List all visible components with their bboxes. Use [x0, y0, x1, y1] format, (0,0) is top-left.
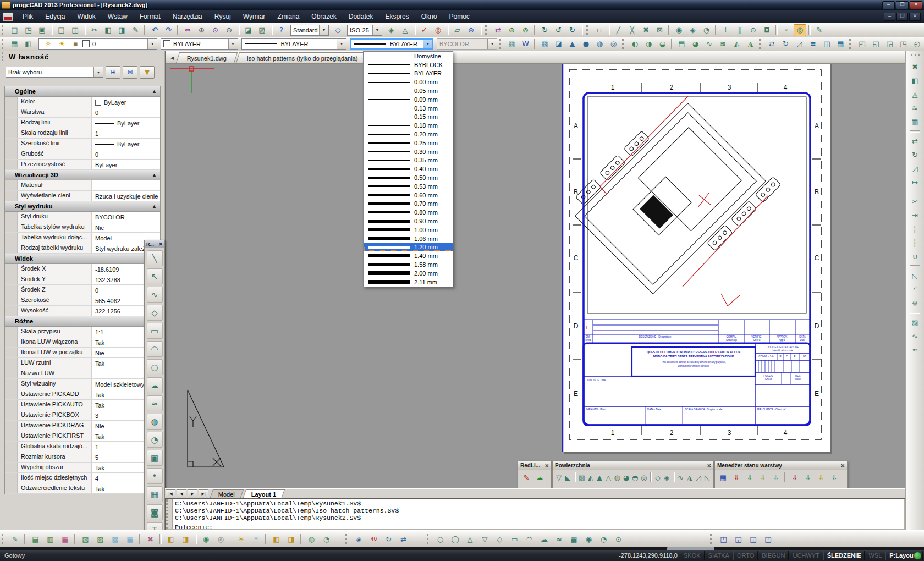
3d-align-icon[interactable]: ≡ — [807, 38, 820, 50]
break-icon[interactable]: ┆ — [909, 237, 922, 249]
named-views-icon[interactable]: ◴ — [911, 38, 923, 50]
layer-bulb-off-icon[interactable]: ◎ — [214, 532, 228, 546]
collapse-arrow-icon[interactable]: ▲ — [152, 204, 157, 209]
lineweight-option[interactable]: BYBLOCK — [364, 61, 453, 69]
layer-state-manager-icon[interactable]: ▦ — [717, 471, 729, 483]
viewport-poly-icon[interactable]: ◱ — [732, 532, 745, 546]
menu-item-format[interactable]: Format — [134, 11, 167, 22]
minimize-button[interactable]: – — [882, 1, 895, 9]
lineweight-combo[interactable]: BYLAYER ▼ — [350, 38, 433, 50]
revision-cloud-icon[interactable]: ☁ — [147, 377, 163, 393]
layer-state-export-teal-icon[interactable]: ⇩ — [828, 471, 840, 483]
lineweight-option[interactable]: 2.00 mm — [364, 269, 453, 278]
offset-icon[interactable]: ≋ — [909, 102, 922, 114]
menu-item-dodatek[interactable]: Dodatek — [343, 11, 380, 22]
status-toggle-skok[interactable]: SKOK — [680, 551, 705, 560]
sweep-icon[interactable]: ∿ — [703, 38, 716, 50]
property-value[interactable]: BYCOLOR — [92, 212, 160, 222]
redline-draw-icon[interactable]: ✎ — [520, 471, 532, 483]
layer-thaw-icon[interactable]: ▩ — [108, 532, 122, 546]
property-value[interactable]: ByLayer — [92, 160, 160, 169]
pan-realtime-icon[interactable]: ⇔ — [182, 24, 194, 36]
menu-item-rysuj[interactable]: Rysuj — [208, 11, 237, 22]
rt-zoom-x-icon[interactable]: ↻ — [538, 24, 551, 36]
draw-cone-icon[interactable]: ▽ — [478, 532, 492, 546]
snap-temporary-point-icon[interactable]: ▫ — [593, 24, 606, 36]
edit-polyline-icon[interactable]: ∿ — [909, 330, 922, 343]
lineweight-option[interactable]: 1.06 mm — [364, 234, 453, 243]
draw-node-icon[interactable]: ⊙ — [612, 532, 625, 546]
toolbar-grip[interactable] — [345, 534, 350, 544]
layer-off-icon[interactable]: ▧ — [79, 532, 92, 546]
close-icon[interactable]: ✕ — [707, 463, 711, 469]
layer-freeze-icon[interactable]: ☀ — [56, 38, 68, 50]
chevron-down-icon[interactable]: ▼ — [319, 25, 328, 35]
tab-next-icon[interactable]: ▶ — [188, 490, 197, 498]
draw-order-icon[interactable]: ◪ — [242, 24, 255, 36]
status-toggle-orto[interactable]: ORTO — [733, 551, 758, 560]
viewport-clip-icon[interactable]: ◲ — [746, 532, 760, 546]
spline-icon[interactable]: ≈ — [147, 395, 163, 411]
property-value[interactable]: Rzuca i uzyskuje cienie — [92, 191, 160, 201]
draw-spline-icon[interactable]: ≈ — [552, 532, 566, 546]
surface-edge-icon[interactable]: ∿ — [677, 471, 685, 483]
solid-wedge-icon[interactable]: ◪ — [552, 38, 565, 50]
dimension-edit-icon[interactable]: ◬ — [399, 24, 411, 36]
surface-3dface-icon[interactable]: ◇ — [654, 471, 662, 483]
layer-snowflake-icon[interactable]: * — [249, 532, 263, 546]
chevron-down-icon[interactable]: ▼ — [147, 39, 157, 49]
lineweight-option[interactable]: 0.13 mm — [364, 104, 453, 113]
menu-item-wstaw[interactable]: Wstaw — [102, 11, 134, 22]
toolbar-grip[interactable] — [586, 25, 591, 35]
polyline-icon[interactable]: ∿ — [147, 287, 163, 302]
menu-item-wymiar[interactable]: Wymiar — [237, 11, 272, 22]
draw-rect-icon[interactable]: ▭ — [508, 532, 521, 546]
draw-arc-icon[interactable]: ◠ — [522, 532, 536, 546]
construction-line-icon[interactable]: ↖ — [147, 268, 163, 284]
property-value[interactable]: ByLayer — [92, 118, 160, 128]
point-icon[interactable]: • — [147, 468, 163, 484]
collapse-arrow-icon[interactable]: ▲ — [152, 89, 157, 94]
tab-model[interactable]: Model — [210, 490, 244, 499]
3d-rotate-icon[interactable]: ↻ — [779, 38, 792, 50]
layer-state-import-red-icon[interactable]: ⇩ — [730, 471, 743, 483]
toolbar-grip[interactable] — [427, 534, 431, 544]
solid-box-icon[interactable]: ▧ — [538, 38, 551, 50]
lineweight-option[interactable]: BYLAYER — [364, 69, 453, 78]
draw-quadrant-icon[interactable]: ◔ — [597, 532, 610, 546]
lineweight-option[interactable]: 0.40 mm — [364, 164, 453, 173]
layer-state-export-green-icon[interactable]: ⇩ — [802, 471, 814, 483]
lineweight-option[interactable]: Domyślne — [364, 52, 453, 61]
doc-close-button[interactable]: ✕ — [909, 13, 921, 21]
surface-cone-icon[interactable]: △ — [604, 471, 612, 483]
status-toggle-uchwyt[interactable]: UCHWYT — [789, 551, 823, 560]
status-green-icon[interactable] — [914, 552, 922, 560]
toolbar-grip[interactable] — [622, 39, 626, 49]
menu-item-plik[interactable]: Plik — [16, 11, 39, 22]
layer-walk-icon[interactable]: ◍ — [305, 532, 318, 546]
3d-scale-icon[interactable]: ◿ — [793, 38, 806, 50]
rt-zoom-z-icon[interactable]: ↻ — [566, 24, 579, 36]
layer-unlock-tool-icon[interactable]: ◨ — [179, 532, 193, 546]
chevron-down-icon[interactable]: ▼ — [423, 40, 432, 48]
close-icon[interactable]: ✕ — [840, 463, 845, 469]
quick-select-button[interactable]: ▼ — [140, 66, 155, 79]
layer-on-icon[interactable]: ☼ — [42, 38, 54, 50]
draw-triangle-icon[interactable]: △ — [463, 532, 477, 546]
toolbar-grip[interactable] — [2, 25, 6, 35]
surface-box-icon[interactable]: ▧ — [578, 471, 586, 483]
print-preview-icon[interactable]: ◫ — [69, 24, 81, 36]
snap-center-icon[interactable]: ◉ — [673, 24, 685, 36]
draw-cloud-icon[interactable]: ☁ — [537, 532, 551, 546]
draw-circle-icon[interactable]: ○ — [433, 532, 447, 546]
surface-tabulated-icon[interactable]: ◿ — [695, 471, 702, 483]
surface-mesh-icon[interactable]: ◈ — [663, 471, 670, 483]
zoom-dynamic-icon[interactable]: ⊙ — [209, 24, 222, 36]
property-value[interactable]: 1 — [92, 128, 160, 138]
layer-unisolate-icon[interactable]: ▥ — [43, 532, 57, 546]
tab-scroll-left-icon[interactable]: ◀ — [168, 53, 177, 62]
redline-cloud-icon[interactable]: ☁ — [534, 471, 546, 483]
surface-sphere-icon[interactable]: ◍ — [613, 471, 621, 483]
text-style-combo[interactable]: Standard▼ — [290, 25, 329, 36]
annotation-scale-icon[interactable]: ◈ — [352, 532, 366, 546]
